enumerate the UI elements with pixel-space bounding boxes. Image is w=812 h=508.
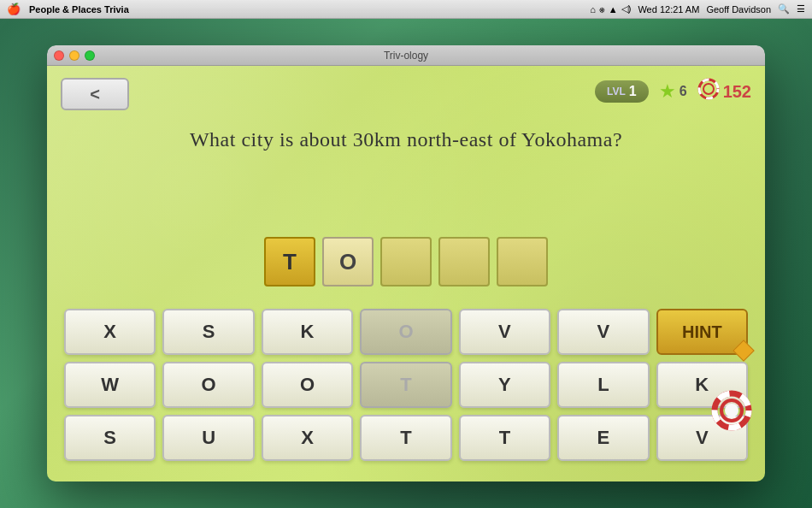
letter-btn-t1[interactable]: T: [360, 415, 451, 461]
lives-indicator: 152: [697, 78, 751, 105]
signal-icon: ▲: [609, 4, 618, 15]
menu-bar: 🍎 People & Places Trivia ⌂ ⎈ ▲ ◁) Wed 12…: [0, 0, 812, 19]
stars-indicator: ★ 6: [659, 80, 687, 103]
username: Geoff Davidson: [706, 4, 771, 15]
lives-count: 152: [723, 82, 751, 102]
level-label: LVL: [607, 86, 626, 97]
menu-icon[interactable]: ☰: [797, 3, 805, 15]
letter-btn-u[interactable]: U: [162, 415, 254, 461]
bluetooth-icon: ⎈: [599, 4, 605, 15]
svg-point-2: [703, 84, 714, 94]
minimize-button[interactable]: [69, 50, 79, 61]
game-area: < LVL 1 ★ 6: [47, 66, 765, 481]
window-buttons: [54, 50, 95, 61]
question-text: What city is about 30km north-east of Yo…: [90, 126, 722, 155]
clock: Wed 12:21 AM: [638, 4, 699, 15]
svg-point-6: [725, 404, 738, 417]
letter-btn-x1[interactable]: X: [64, 309, 156, 355]
wifi-icon: ⌂: [590, 4, 596, 15]
letter-btn-x2[interactable]: X: [262, 415, 353, 461]
letter-grid: X S K O V V HINT W O O T Y L K S: [64, 309, 748, 461]
hint-label: HINT: [682, 322, 722, 342]
letter-btn-v1[interactable]: V: [459, 309, 550, 355]
stats-bar: LVL 1 ★ 6 152: [595, 78, 751, 105]
hint-decoration: [710, 389, 753, 432]
letter-btn-y[interactable]: Y: [459, 362, 550, 408]
level-indicator: LVL 1: [595, 80, 649, 103]
stars-count: 6: [680, 84, 687, 99]
search-icon[interactable]: 🔍: [778, 3, 790, 15]
star-icon: ★: [659, 80, 676, 103]
letter-btn-t-used: T: [360, 362, 451, 408]
desktop: Triv-ology < LVL 1 ★ 6: [0, 19, 812, 508]
letter-btn-s2[interactable]: S: [64, 415, 156, 461]
maximize-button[interactable]: [85, 50, 95, 61]
status-icons: ⌂ ⎈ ▲ ◁): [590, 3, 631, 15]
answer-tile-3: [380, 237, 432, 286]
question-area: What city is about 30km north-east of Yo…: [90, 126, 722, 155]
letter-btn-o1[interactable]: O: [162, 362, 254, 408]
window-title: Triv-ology: [384, 50, 428, 62]
back-button[interactable]: <: [61, 78, 129, 110]
level-value: 1: [629, 84, 637, 99]
close-button[interactable]: [54, 50, 64, 61]
app-window: Triv-ology < LVL 1 ★ 6: [47, 45, 765, 481]
menubar-right: ⌂ ⎈ ▲ ◁) Wed 12:21 AM Geoff Davidson 🔍 ☰: [590, 3, 805, 15]
letter-btn-w[interactable]: W: [64, 362, 156, 408]
letter-btn-l[interactable]: L: [557, 362, 649, 408]
app-name[interactable]: People & Places Trivia: [29, 4, 129, 15]
letter-btn-v2[interactable]: V: [557, 309, 649, 355]
letter-btn-t2[interactable]: T: [459, 415, 550, 461]
answer-tile-2: O: [322, 237, 374, 286]
lifesaver-icon: [697, 78, 720, 105]
back-arrow-icon: <: [90, 85, 100, 104]
letter-btn-o2[interactable]: O: [262, 362, 353, 408]
letter-btn-k[interactable]: K: [262, 309, 353, 355]
letter-btn-o-used: O: [360, 309, 451, 355]
letter-btn-s1[interactable]: S: [162, 309, 254, 355]
title-bar: Triv-ology: [47, 45, 765, 66]
apple-menu[interactable]: 🍎: [7, 3, 21, 15]
hint-button[interactable]: HINT: [656, 309, 748, 355]
answer-tile-5: [497, 237, 548, 286]
answer-tile-4: [438, 237, 490, 286]
answer-tile-1: T: [264, 237, 315, 286]
letter-btn-e[interactable]: E: [557, 415, 649, 461]
volume-icon: ◁): [621, 3, 632, 15]
hint-diamond-icon: [733, 340, 754, 361]
answer-tiles: T O: [264, 237, 548, 286]
